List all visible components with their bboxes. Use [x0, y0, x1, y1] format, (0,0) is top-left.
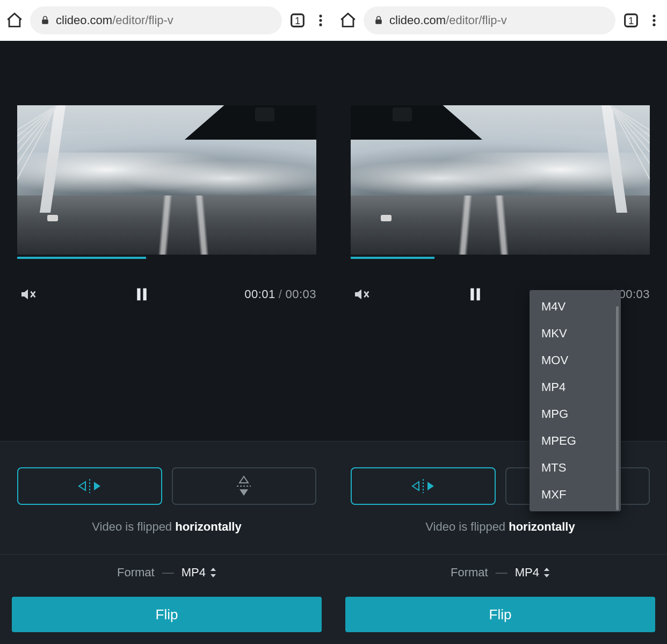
progress-bar[interactable] — [351, 257, 650, 259]
mute-icon[interactable] — [17, 284, 39, 305]
editor-area: 00:01/00:03 Video is flipped horizontall… — [0, 41, 334, 644]
flip-status-text: Video is flipped horizontally — [0, 520, 334, 534]
url-text: clideo.com/editor/flip-v — [389, 13, 507, 27]
format-option[interactable]: M4V — [530, 293, 621, 320]
progress-bar[interactable] — [17, 257, 316, 259]
time-display: 00:01/00:03 — [244, 287, 316, 301]
flip-horizontal-button[interactable] — [351, 467, 496, 505]
pause-icon[interactable] — [131, 284, 153, 305]
separator-dash: — — [162, 566, 174, 580]
video-preview[interactable] — [351, 105, 650, 255]
svg-point-14 — [653, 19, 655, 21]
svg-rect-7 — [143, 288, 146, 301]
svg-text:1: 1 — [628, 15, 634, 26]
select-arrows-icon — [210, 568, 216, 577]
format-option[interactable]: MOV — [530, 347, 621, 374]
flip-submit-button[interactable]: Flip — [12, 597, 322, 632]
svg-rect-10 — [375, 19, 382, 24]
dropdown-scrollbar[interactable] — [616, 306, 619, 510]
browser-menu-icon[interactable] — [313, 11, 328, 30]
home-icon[interactable] — [339, 11, 357, 30]
lock-icon — [40, 15, 50, 26]
format-option[interactable]: MTS — [530, 454, 621, 481]
svg-point-3 — [319, 15, 322, 17]
format-select[interactable]: MP4 — [515, 566, 550, 580]
video-preview[interactable] — [17, 105, 316, 255]
format-label: Format — [451, 566, 488, 580]
browser-menu-icon[interactable] — [647, 11, 662, 30]
svg-point-5 — [319, 24, 322, 26]
format-option[interactable]: MXF — [530, 481, 621, 508]
format-option[interactable]: MPG — [530, 401, 621, 428]
svg-point-15 — [653, 24, 655, 26]
pause-icon[interactable] — [465, 284, 486, 305]
svg-point-13 — [653, 15, 655, 17]
separator-dash: — — [496, 566, 508, 580]
select-arrows-icon — [543, 568, 550, 577]
svg-rect-6 — [137, 288, 140, 301]
svg-rect-0 — [42, 19, 48, 24]
svg-text:1: 1 — [295, 15, 300, 26]
tabs-count-icon[interactable]: 1 — [288, 11, 307, 30]
address-bar[interactable]: clideo.com/editor/flip-v — [30, 6, 282, 34]
url-text: clideo.com/editor/flip-v — [56, 13, 173, 27]
svg-point-4 — [319, 19, 322, 21]
editor-area: 00:01/00:03 Video is flipped horizontall… — [334, 41, 667, 644]
home-icon[interactable] — [5, 11, 24, 30]
svg-rect-16 — [470, 288, 474, 301]
progress-played — [17, 257, 146, 259]
format-select[interactable]: MP4 — [182, 566, 216, 580]
flip-horizontal-button[interactable] — [17, 467, 162, 505]
format-option[interactable]: MKV — [530, 320, 621, 347]
tabs-count-icon[interactable]: 1 — [622, 11, 640, 30]
progress-played — [351, 257, 434, 259]
address-bar[interactable]: clideo.com/editor/flip-v — [364, 6, 615, 34]
browser-bar: clideo.com/editor/flip-v 1 — [334, 0, 667, 41]
format-dropdown[interactable]: M4V MKV MOV MP4 MPG MPEG MTS MXF — [530, 290, 621, 511]
format-option[interactable]: MP4 — [530, 374, 621, 401]
lock-icon — [373, 15, 384, 26]
svg-rect-17 — [476, 288, 480, 301]
format-label: Format — [117, 566, 155, 580]
mute-icon[interactable] — [351, 284, 372, 305]
format-option[interactable]: MPEG — [530, 428, 621, 454]
flip-submit-button[interactable]: Flip — [345, 597, 655, 632]
flip-status-text: Video is flipped horizontally — [334, 520, 667, 534]
flip-vertical-button[interactable] — [172, 467, 317, 505]
browser-bar: clideo.com/editor/flip-v 1 — [0, 0, 334, 41]
